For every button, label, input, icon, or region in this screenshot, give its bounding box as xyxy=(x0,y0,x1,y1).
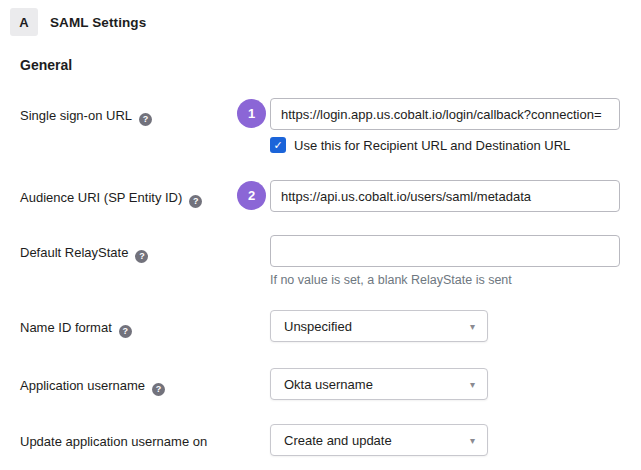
application-username-select[interactable]: Okta username ▾ xyxy=(270,368,488,400)
update-application-username-on-selected-value: Create and update xyxy=(284,433,392,448)
application-username-selected-value: Okta username xyxy=(284,377,373,392)
row-application-username: Application username? Okta username ▾ xyxy=(20,368,641,400)
saml-settings-form: Single sign-on URL? 1 ✓ Use this for Rec… xyxy=(20,98,641,456)
row-update-application-username-on: Update application username on Create an… xyxy=(20,424,641,456)
row-default-relaystate: Default RelayState? If no value is set, … xyxy=(20,235,641,287)
row-single-sign-on-url: Single sign-on URL? 1 ✓ Use this for Rec… xyxy=(20,98,641,153)
relaystate-helper-text: If no value is set, a blank RelayState i… xyxy=(270,273,641,287)
application-username-label: Application username xyxy=(20,378,145,393)
help-icon[interactable]: ? xyxy=(135,250,148,263)
app-header: A SAML Settings xyxy=(10,8,641,36)
help-icon[interactable]: ? xyxy=(152,383,165,396)
name-id-format-select[interactable]: Unspecified ▾ xyxy=(270,310,488,342)
help-icon[interactable]: ? xyxy=(139,113,152,126)
chevron-down-icon: ▾ xyxy=(470,379,475,390)
recipient-url-checkbox-label: Use this for Recipient URL and Destinati… xyxy=(294,138,570,153)
single-sign-on-url-input[interactable] xyxy=(270,98,620,130)
section-title-general: General xyxy=(20,57,641,73)
page-title: SAML Settings xyxy=(50,15,146,30)
help-icon[interactable]: ? xyxy=(189,195,202,208)
help-icon[interactable]: ? xyxy=(119,325,132,338)
single-sign-on-url-label: Single sign-on URL xyxy=(20,108,132,123)
update-application-username-on-label: Update application username on xyxy=(20,434,207,449)
update-application-username-on-select[interactable]: Create and update ▾ xyxy=(270,424,488,456)
chevron-down-icon: ▾ xyxy=(470,321,475,332)
chevron-down-icon: ▾ xyxy=(470,435,475,446)
checkmark-icon: ✓ xyxy=(273,139,282,152)
default-relaystate-label: Default RelayState xyxy=(20,245,128,260)
audience-uri-label: Audience URI (SP Entity ID) xyxy=(20,190,182,205)
row-name-id-format: Name ID format? Unspecified ▾ xyxy=(20,310,641,342)
name-id-format-selected-value: Unspecified xyxy=(284,319,352,334)
row-audience-uri: Audience URI (SP Entity ID)? 2 xyxy=(20,180,641,212)
audience-uri-input[interactable] xyxy=(270,180,620,212)
name-id-format-label: Name ID format xyxy=(20,320,112,335)
step-badge-2: 2 xyxy=(237,181,266,210)
default-relaystate-input[interactable] xyxy=(270,235,620,267)
recipient-url-checkbox[interactable]: ✓ xyxy=(270,137,286,153)
step-badge-1: 1 xyxy=(237,99,266,128)
app-logo-icon: A xyxy=(10,8,38,36)
